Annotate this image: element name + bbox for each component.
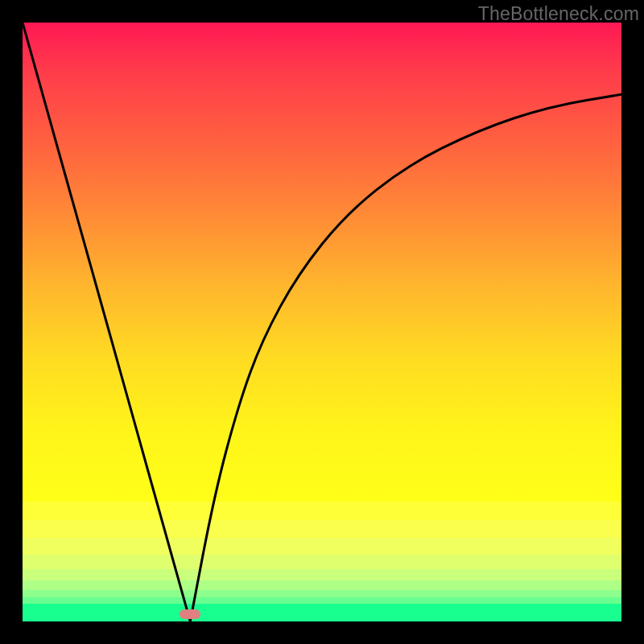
plot-area (23, 23, 621, 621)
minimum-marker (180, 609, 200, 619)
curve-path (23, 23, 621, 621)
watermark-text: TheBottleneck.com (478, 3, 639, 25)
chart-frame: TheBottleneck.com (0, 0, 644, 644)
bottleneck-curve (23, 23, 621, 621)
